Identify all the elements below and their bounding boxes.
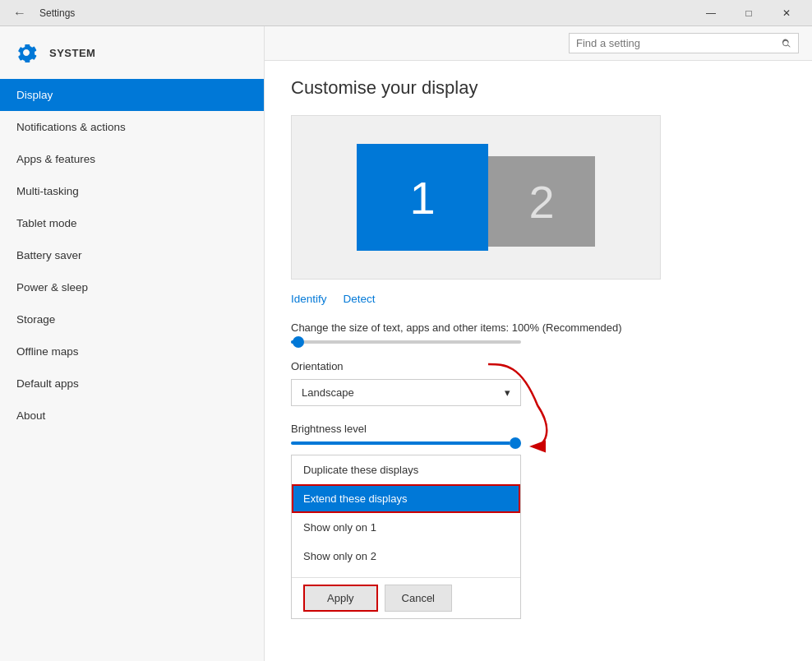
search-input[interactable] [576,37,776,49]
option-show1[interactable]: Show only on 1 [292,513,520,542]
option-extend-label: Extend these displays [303,492,407,505]
minimize-button[interactable]: — [692,0,730,26]
sidebar: SYSTEM Display Notifications & actions A… [0,26,265,661]
header-bar [265,26,812,61]
sidebar-item-apps-label: Apps & features [16,153,95,165]
maximize-icon: □ [745,7,751,19]
sidebar-item-tablet[interactable]: Tablet mode [0,207,264,239]
maximize-button[interactable]: □ [730,0,768,26]
option-duplicate-label: Duplicate these displays [303,464,418,476]
display-2-label: 2 [528,175,554,229]
cancel-button[interactable]: Cancel [385,585,452,612]
sidebar-item-power-label: Power & sleep [16,281,88,294]
close-button[interactable]: ✕ [768,0,805,26]
titlebar-title: Settings [39,7,75,19]
multiple-displays-dropdown[interactable]: Duplicate these displays Extend these di… [291,455,521,619]
orientation-container: Orientation Landscape ▾ [291,360,786,406]
display-actions: Identify Detect [291,293,786,305]
sidebar-item-battery[interactable]: Battery saver [0,239,264,271]
display-1-label: 1 [409,171,435,224]
minimize-icon: — [706,7,716,19]
apply-button[interactable]: Apply [303,585,378,612]
identify-link[interactable]: Identify [291,293,327,305]
display-2[interactable]: 2 [488,156,595,247]
sidebar-item-apps[interactable]: Apps & features [0,143,264,175]
text-size-slider[interactable] [291,340,521,344]
option-extend[interactable]: Extend these displays [292,484,520,513]
search-box[interactable] [569,33,799,53]
sidebar-item-multitasking[interactable]: Multi-tasking [0,175,264,207]
sidebar-item-about[interactable]: About [0,400,264,432]
main-window: SYSTEM Display Notifications & actions A… [0,26,812,661]
brightness-container: Brightness level [291,423,786,445]
sidebar-item-about-label: About [16,409,45,422]
page-content: Customise your display 1 2 Identify Dete… [265,61,812,636]
display-preview: 1 2 [291,115,661,280]
page-title: Customise your display [291,77,786,99]
sidebar-item-offline-label: Offline maps [16,345,79,358]
brightness-slider[interactable] [291,441,521,445]
sidebar-item-notifications[interactable]: Notifications & actions [0,111,264,143]
sidebar-item-storage-label: Storage [16,313,55,326]
gear-icon [13,39,39,66]
text-size-container: Change the size of text, apps and other … [291,321,786,344]
orientation-dropdown[interactable]: Landscape ▾ [291,379,521,406]
sidebar-item-tablet-label: Tablet mode [16,217,77,229]
slider-thumb [293,336,304,348]
sidebar-item-defaultapps-label: Default apps [16,377,79,390]
brightness-label: Brightness level [291,423,786,435]
text-size-label: Change the size of text, apps and other … [291,321,786,334]
sidebar-item-defaultapps[interactable]: Default apps [0,367,264,400]
sidebar-item-storage[interactable]: Storage [0,303,264,335]
sidebar-nav: Display Notifications & actions Apps & f… [0,79,264,432]
search-icon [781,38,791,49]
sidebar-item-power[interactable]: Power & sleep [0,271,264,303]
display-1[interactable]: 1 [357,144,488,251]
detect-link[interactable]: Detect [344,293,376,305]
action-buttons: Apply Cancel [292,577,520,618]
option-show2-label: Show only on 2 [303,550,376,562]
system-label: SYSTEM [49,47,95,59]
chevron-down-icon: ▾ [505,386,510,399]
sidebar-item-battery-label: Battery saver [16,249,82,261]
sidebar-item-offline[interactable]: Offline maps [0,335,264,367]
close-icon: ✕ [782,7,791,19]
sidebar-item-multitasking-label: Multi-tasking [16,185,79,197]
option-duplicate[interactable]: Duplicate these displays [292,455,520,484]
sidebar-item-display-label: Display [16,89,53,101]
titlebar: ← Settings — □ ✕ [0,0,812,26]
back-icon: ← [13,6,26,20]
content-area: Customise your display 1 2 Identify Dete… [265,26,812,661]
sidebar-item-notifications-label: Notifications & actions [16,121,126,133]
sidebar-header: SYSTEM [0,26,264,79]
orientation-label: Orientation [291,360,786,372]
option-show2[interactable]: Show only on 2 [292,542,520,571]
back-button[interactable]: ← [7,2,33,24]
brightness-thumb [510,437,521,449]
sidebar-item-display[interactable]: Display [0,79,264,111]
option-show1-label: Show only on 1 [303,521,376,534]
orientation-value: Landscape [302,386,354,399]
